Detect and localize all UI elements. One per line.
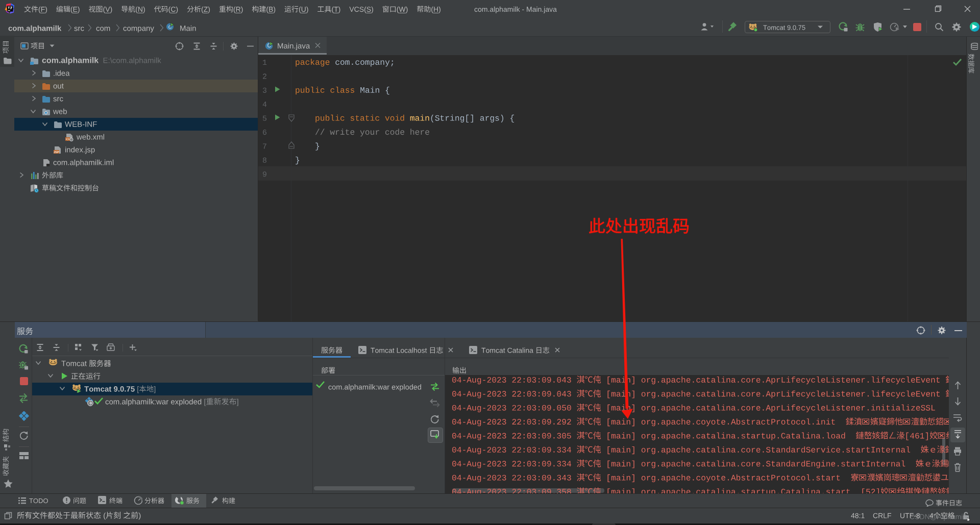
svg-text:<>: <> [66, 137, 70, 141]
svg-text:JSP: JSP [54, 151, 59, 154]
